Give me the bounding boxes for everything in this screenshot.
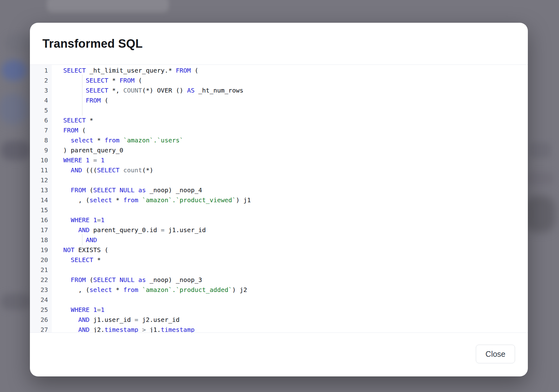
code-token: 1 bbox=[101, 306, 104, 313]
code-token: ( bbox=[86, 276, 93, 284]
line-number: 3 bbox=[30, 85, 48, 95]
code-token: WHERE bbox=[63, 156, 82, 164]
backdrop-blur-shape bbox=[525, 172, 554, 185]
code-token bbox=[138, 286, 142, 294]
code-token: ) parent_query_0 bbox=[63, 146, 123, 154]
code-token: > bbox=[142, 326, 146, 333]
line-number: 2 bbox=[30, 75, 48, 85]
code-line: 17 AND parent_query_0.id = j1.user_id bbox=[30, 225, 528, 235]
line-number: 27 bbox=[30, 325, 48, 333]
line-number: 1 bbox=[30, 65, 48, 75]
line-number: 24 bbox=[30, 295, 48, 305]
indent-guide bbox=[82, 234, 83, 245]
code-token: j1.user_id bbox=[89, 316, 135, 323]
code-token: as bbox=[138, 276, 146, 284]
line-number: 7 bbox=[30, 125, 48, 135]
code-token: FROM bbox=[120, 77, 135, 84]
code-token: AND bbox=[71, 166, 82, 174]
code-token: select bbox=[71, 136, 93, 144]
code-text: SELECT * bbox=[63, 115, 93, 125]
code-token: _noop) _noop_3 bbox=[146, 276, 202, 284]
code-token: = bbox=[97, 306, 101, 313]
code-token: * bbox=[112, 286, 123, 294]
code-token: ( bbox=[135, 77, 142, 84]
code-text: AND j2.timestamp > j1.timestamp bbox=[63, 325, 194, 333]
code-token bbox=[89, 156, 93, 164]
code-token: AND bbox=[86, 236, 97, 244]
code-token: _ht_limit_user_query.* bbox=[86, 67, 176, 74]
code-token: from bbox=[123, 286, 138, 294]
code-text: , (select * from `amazon`.`product_viewe… bbox=[63, 195, 251, 205]
code-text: FROM ( bbox=[63, 125, 86, 135]
code-token bbox=[63, 216, 71, 224]
code-token bbox=[116, 186, 120, 194]
code-token: j2.user_id bbox=[138, 316, 179, 323]
code-token: ((( bbox=[82, 166, 97, 174]
code-line: 25 WHERE 1=1 bbox=[30, 305, 528, 315]
line-number: 13 bbox=[30, 185, 48, 195]
code-line: 15 bbox=[30, 205, 528, 215]
code-token bbox=[63, 316, 78, 323]
code-token: SELECT bbox=[93, 276, 116, 284]
code-token: 1 bbox=[101, 216, 104, 224]
code-token: SELECT bbox=[63, 67, 86, 74]
code-line: 23 , (select * from `amazon`.`product_ad… bbox=[30, 285, 528, 295]
code-token: SELECT bbox=[86, 87, 108, 94]
code-line: 11 AND (((SELECT count(*) bbox=[30, 165, 528, 175]
code-text: AND (((SELECT count(*) bbox=[63, 165, 153, 175]
code-text: SELECT * bbox=[63, 255, 101, 265]
line-number: 25 bbox=[30, 305, 48, 315]
code-token bbox=[63, 226, 78, 234]
line-number: 10 bbox=[30, 155, 48, 165]
code-token bbox=[116, 276, 120, 284]
modal-overlay[interactable]: { "modal": { "title": "Transformed SQL",… bbox=[0, 0, 559, 392]
code-text: FROM (SELECT NULL as _noop) _noop_4 bbox=[63, 185, 202, 195]
code-line: 18 AND bbox=[30, 235, 528, 245]
code-text: FROM ( bbox=[63, 95, 108, 105]
code-token bbox=[63, 136, 71, 144]
code-token: `amazon`.`users` bbox=[123, 136, 184, 144]
code-token bbox=[138, 326, 142, 333]
line-number: 16 bbox=[30, 215, 48, 225]
code-token: FROM bbox=[71, 186, 86, 194]
line-number: 19 bbox=[30, 245, 48, 255]
code-text: WHERE 1=1 bbox=[63, 305, 105, 315]
code-token: as bbox=[138, 186, 146, 194]
line-number: 18 bbox=[30, 235, 48, 245]
code-text: select * from `amazon`.`users` bbox=[63, 135, 183, 145]
code-token: SELECT bbox=[71, 256, 93, 264]
sql-code-viewer[interactable]: 1SELECT _ht_limit_user_query.* FROM (2 S… bbox=[30, 65, 528, 333]
line-number: 20 bbox=[30, 255, 48, 265]
code-line: 21 bbox=[30, 265, 528, 275]
code-token: , ( bbox=[63, 286, 89, 294]
code-line: 19NOT EXISTS ( bbox=[30, 245, 528, 255]
code-token: *, bbox=[108, 87, 123, 94]
code-token: `amazon`.`product_viewed` bbox=[142, 196, 236, 204]
indent-guide bbox=[82, 85, 83, 95]
code-token: NULL bbox=[120, 276, 135, 284]
code-token: AND bbox=[78, 316, 89, 323]
code-token: NOT bbox=[63, 246, 74, 254]
line-number: 23 bbox=[30, 285, 48, 295]
code-token: = bbox=[135, 316, 138, 323]
code-line: 20 SELECT * bbox=[30, 255, 528, 265]
line-number: 14 bbox=[30, 195, 48, 205]
code-token: SELECT bbox=[93, 186, 116, 194]
code-token bbox=[120, 136, 123, 144]
backdrop-blur-shape bbox=[524, 196, 555, 232]
code-token bbox=[82, 156, 86, 164]
code-token: 1 bbox=[93, 306, 97, 313]
code-token: ( bbox=[101, 97, 108, 104]
code-text: ) parent_query_0 bbox=[63, 145, 123, 155]
code-token bbox=[89, 306, 93, 313]
dialog-footer: Close bbox=[30, 333, 528, 376]
code-token: FROM bbox=[176, 67, 191, 74]
code-token: * bbox=[93, 256, 101, 264]
code-token: ) j1 bbox=[236, 196, 251, 204]
code-token: , ( bbox=[63, 196, 89, 204]
backdrop-blur-shape bbox=[0, 93, 28, 125]
close-button[interactable]: Close bbox=[476, 345, 515, 363]
code-line: 12 bbox=[30, 175, 528, 185]
code-text: WHERE 1 = 1 bbox=[63, 155, 105, 165]
code-token: parent_query_0.id bbox=[89, 226, 161, 234]
